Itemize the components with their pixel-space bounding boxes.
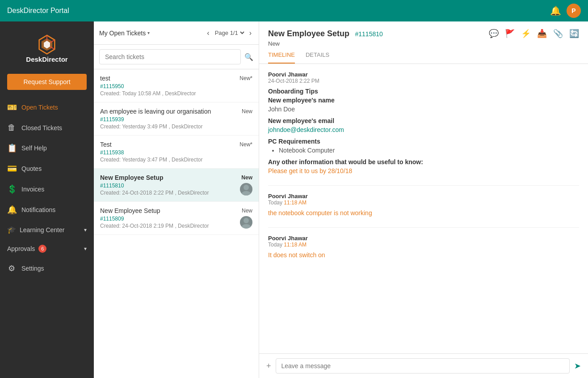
search-icon[interactable]: 🔍 [244, 53, 253, 61]
ticket-items: test New* #1115950 Created: Today 10:58 … [94, 69, 259, 378]
prev-page-button[interactable]: ‹ [205, 28, 211, 38]
learning-center-icon: 🎓 [7, 225, 16, 234]
app-title: DeskDirector Portal [7, 7, 550, 15]
download-icon[interactable]: 📥 [537, 29, 547, 38]
approvals-badge: 6 [38, 245, 46, 253]
ticket-status: New [242, 208, 252, 214]
sidebar: DeskDirector Request Support 🎫 Open Tick… [0, 21, 94, 378]
sidebar-section-approvals[interactable]: Approvals 6 ▾ [0, 239, 94, 258]
timeline-date: Today 11:18 AM [268, 200, 579, 206]
topnav: DeskDirector Portal 🔔 P [0, 0, 588, 21]
ticket-status: New* [239, 75, 252, 81]
ticket-title: An employee is leaving our organisation [100, 108, 211, 115]
search-input[interactable] [99, 49, 241, 64]
ticket-meta: Created: Yesterday 3:47 PM , DeskDirecto… [100, 157, 252, 163]
ticket-id[interactable]: #1115810 [100, 183, 236, 189]
timeline-date: 24-Oct-2018 2:22 PM [268, 78, 579, 84]
add-attachment-button[interactable]: + [266, 361, 271, 371]
sidebar-item-open-tickets[interactable]: 🎫 Open Tickets [0, 97, 94, 118]
approvals-chevron-icon: ▾ [84, 246, 87, 252]
main-layout: DeskDirector Request Support 🎫 Open Tick… [0, 21, 588, 378]
sidebar-item-label: Open Tickets [21, 104, 58, 111]
field-label: New employee's name [268, 97, 579, 104]
search-container: 🔍 [94, 45, 259, 69]
divider [268, 185, 579, 186]
sidebar-item-label: Notifications [21, 206, 55, 213]
sidebar-section-learning-center[interactable]: 🎓 Learning Center ▾ [0, 220, 94, 239]
ticket-meta: Created: 24-Oct-2018 2:22 PM , DeskDirec… [100, 190, 236, 196]
ticket-filter-button[interactable]: My Open Tickets ▾ [99, 30, 150, 37]
paperclip-icon[interactable]: 📎 [553, 29, 563, 38]
list-item[interactable]: Test New* #1115938 Created: Yesterday 3:… [94, 136, 259, 169]
request-support-button[interactable]: Request Support [7, 74, 87, 90]
list-item[interactable]: test New* #1115950 Created: Today 10:58 … [94, 69, 259, 102]
sidebar-item-label: Closed Tickets [21, 124, 62, 132]
next-page-button[interactable]: › [248, 28, 253, 38]
list-item[interactable]: New Employee Setup New #1115810 Created:… [94, 169, 259, 202]
field-label: Onboarding Tips [268, 88, 579, 95]
chat-icon[interactable]: 💬 [489, 29, 499, 38]
ticket-id[interactable]: #1115939 [100, 116, 252, 123]
timeline-author: Poorvi Jhawar [268, 71, 579, 78]
invoices-icon: 💲 [7, 184, 16, 194]
ticket-id[interactable]: #1115950 [100, 83, 252, 89]
timeline-author: Poorvi Jhawar [268, 193, 579, 200]
message-box: + ➤ [259, 353, 588, 378]
notification-bell-icon[interactable]: 🔔 [550, 5, 561, 16]
ticket-status: New* [239, 141, 252, 148]
timeline-content: Poorvi Jhawar 24-Oct-2018 2:22 PM Onboar… [259, 64, 588, 353]
field-value: John Doe [268, 106, 579, 113]
timeline-entry: Poorvi Jhawar Today 11:18 AM the noteboo… [268, 193, 579, 217]
bolt-icon[interactable]: ⚡ [521, 29, 531, 38]
closed-tickets-icon: 🗑 [7, 123, 16, 132]
ticket-meta: Created: Today 10:58 AM , DeskDirector [100, 90, 252, 97]
list-item[interactable]: New Employee Setup New #1115809 Created:… [94, 202, 259, 235]
flag-icon[interactable]: 🚩 [505, 29, 515, 38]
sidebar-item-label: Quotes [21, 165, 42, 172]
notifications-icon: 🔔 [7, 205, 16, 215]
pagination: ‹ Page 1/1 › [205, 28, 253, 38]
sidebar-item-settings[interactable]: ⚙ Settings [0, 258, 94, 279]
filter-label: My Open Tickets [99, 30, 146, 37]
page-select[interactable]: Page 1/1 [213, 29, 246, 37]
timeline-entry: Poorvi Jhawar 24-Oct-2018 2:22 PM Onboar… [268, 71, 579, 174]
sidebar-item-closed-tickets[interactable]: 🗑 Closed Tickets [0, 118, 94, 138]
email-value[interactable]: johndoe@deskdirector.com [268, 126, 579, 133]
sidebar-item-self-help[interactable]: 📋 Self Help [0, 138, 94, 158]
ticket-id[interactable]: #1115809 [100, 216, 236, 222]
logo-text: DeskDirector [26, 55, 67, 63]
ticket-list-panel: My Open Tickets ▾ ‹ Page 1/1 › 🔍 test Ne… [94, 21, 259, 378]
sidebar-item-quotes[interactable]: 💳 Quotes [0, 158, 94, 179]
topnav-icons: 🔔 P [550, 4, 581, 18]
settings-icon: ⚙ [7, 263, 16, 273]
detail-status: New [268, 40, 579, 47]
detail-ticket-title: New Employee Setup [268, 29, 349, 38]
self-help-icon: 📋 [7, 143, 16, 153]
refresh-icon[interactable]: 🔄 [569, 29, 579, 38]
detail-ticket-id[interactable]: #1115810 [355, 30, 383, 38]
timeline-date: Today 11:18 AM [268, 242, 579, 248]
detail-header-icons: 💬 🚩 ⚡ 📥 📎 🔄 [489, 29, 579, 38]
ticket-id[interactable]: #1115938 [100, 149, 252, 156]
sidebar-item-invoices[interactable]: 💲 Invoices [0, 179, 94, 200]
field-label: Any other information that would be usef… [268, 158, 579, 166]
send-button[interactable]: ➤ [574, 361, 581, 371]
list-item: Notebook Computer [279, 147, 579, 154]
ticket-title: test [100, 75, 110, 82]
timeline-body: the notebook computer is not working [268, 209, 579, 217]
message-input[interactable] [276, 358, 570, 374]
ticket-meta: Created: 24-Oct-2018 2:19 PM , DeskDirec… [100, 223, 236, 229]
timeline-entry: Poorvi Jhawar Today 11:18 AM It does not… [268, 235, 579, 259]
detail-tabs: TIMELINE DETAILS [268, 51, 579, 64]
list-item[interactable]: An employee is leaving our organisation … [94, 102, 259, 136]
sidebar-item-label: Settings [21, 265, 44, 272]
svg-point-7 [242, 191, 251, 195]
svg-point-8 [244, 218, 249, 223]
learning-center-label: Learning Center [20, 226, 64, 234]
tab-details[interactable]: DETAILS [306, 51, 329, 64]
ticket-meta: Created: Yesterday 3:49 PM , DeskDirecto… [100, 123, 252, 130]
ticket-title: New Employee Setup [100, 207, 160, 214]
tab-timeline[interactable]: TIMELINE [268, 51, 295, 64]
user-avatar[interactable]: P [567, 4, 581, 18]
sidebar-item-notifications[interactable]: 🔔 Notifications [0, 200, 94, 220]
